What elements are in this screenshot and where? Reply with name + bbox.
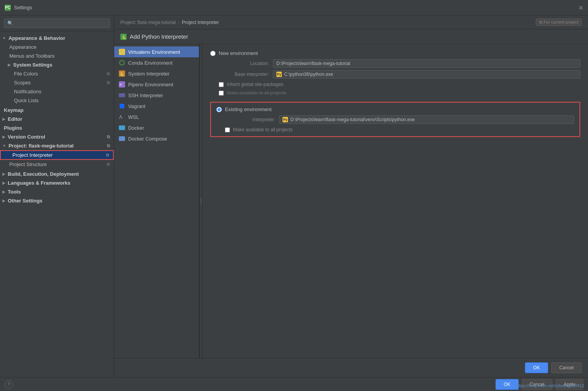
sidebar-item-keymap[interactable]: Keymap [0, 106, 114, 115]
window-title: Settings [14, 5, 578, 10]
svg-text:🐍: 🐍 [120, 71, 125, 76]
sidebar-item-project-structure[interactable]: Project Structure ⧉ [0, 160, 114, 169]
footer-bar: ? OK Cancel Apply https://blog.csdn.net/… [0, 377, 588, 391]
sidebar-item-appearance-behavior[interactable]: ▼ Appearance & Behavior [0, 34, 114, 43]
existing-environment-label[interactable]: Existing environment [225, 106, 272, 112]
inherit-global-checkbox[interactable] [219, 82, 224, 87]
interp-item-conda[interactable]: Conda Environment [114, 57, 199, 68]
dialog-header-icon: 🐍 [120, 34, 127, 40]
new-environment-label[interactable]: New environment [219, 50, 258, 56]
inherit-label[interactable]: Inherit global site-packages [227, 82, 283, 87]
interp-item-wsl[interactable]: Λ WSL [114, 111, 199, 122]
config-panel: New environment Location: D:\Projects\le… [202, 44, 588, 358]
sidebar-item-build-execution[interactable]: ▶ Build, Execution, Deployment [0, 170, 114, 178]
sidebar-item-file-colors[interactable]: File Colors ⧉ [0, 69, 114, 78]
existing-environment-radio[interactable] [216, 107, 222, 112]
chevron-right-icon: ▶ [2, 135, 5, 139]
make-available-2-checkbox[interactable] [225, 127, 230, 132]
dialog-cancel-button[interactable]: Cancel [551, 362, 582, 373]
chevron-right-icon: ▶ [2, 172, 5, 176]
svg-point-4 [120, 60, 124, 65]
sidebar-item-tools[interactable]: ▶ Tools [0, 187, 114, 196]
sidebar-item-menus-toolbars[interactable]: Menus and Toolbars [0, 51, 114, 60]
make-available-1-row: Make available to all projects [219, 90, 580, 96]
copy-icon: ⧉ [106, 153, 109, 158]
python-icon: Py [276, 72, 282, 77]
sidebar-tree: ▼ Appearance & Behavior Appearance Menus… [0, 31, 114, 377]
interp-item-docker[interactable]: Docker [114, 122, 199, 133]
interpreter-path-value[interactable]: Py D:\Projects\learn\flask-mega-tutorial… [279, 115, 574, 124]
sidebar-item-project-flask[interactable]: ▼ Project: flask-mega-tutorial ⧉ [0, 141, 114, 150]
dialog-body: 🐍 Virtualenv Environment Conda Environme… [114, 44, 588, 358]
chevron-right-icon: ▶ [2, 199, 5, 203]
dialog-header: 🐍 Add Python Interpreter [114, 29, 588, 44]
existing-environment-section: Existing environment Interpreter: Py D:\… [210, 102, 580, 137]
make-available-2-label[interactable]: Make available to all projects [233, 127, 293, 132]
divider-dot [201, 201, 202, 202]
vagrant-icon [119, 103, 125, 109]
interp-item-vagrant[interactable]: Vagrant [114, 101, 199, 111]
svg-rect-10 [120, 104, 124, 108]
sidebar-item-editor[interactable]: ▶ Editor [0, 115, 114, 123]
sidebar-item-version-control[interactable]: ▶ Version Control ⧉ [0, 132, 114, 141]
sidebar-item-notifications[interactable]: Notifications [0, 87, 114, 96]
interp-item-docker-compose[interactable]: Docker Compose [114, 133, 199, 144]
interp-item-system[interactable]: 🐍 System Interpreter [114, 68, 199, 79]
dialog-bottom-bar: OK Cancel [114, 358, 588, 377]
conda-icon [119, 60, 125, 66]
location-label: Location: [219, 59, 269, 68]
search-input[interactable] [4, 19, 110, 28]
python-icon: Py [283, 117, 288, 122]
svg-rect-13 [119, 136, 125, 141]
app-icon: PC [5, 5, 11, 11]
sidebar-item-system-settings[interactable]: ▶ System Settings [0, 60, 114, 69]
system-icon: 🐍 [119, 70, 125, 77]
footer-url: https://blog.csdn.net/sdwang198912 [516, 383, 584, 388]
sidebar-item-plugins[interactable]: Plugins [0, 123, 114, 132]
existing-environment-radio-row: Existing environment [216, 106, 574, 112]
divider-handle[interactable] [199, 44, 202, 358]
interp-item-pipenv[interactable]: P Pipenv Environment [114, 79, 199, 90]
new-environment-radio-row: New environment [210, 50, 580, 56]
wsl-icon: Λ [119, 114, 125, 120]
chevron-down-icon: ▼ [2, 144, 6, 148]
location-value[interactable]: D:\Projects\learn\flask-mega-tutorial [273, 59, 580, 68]
help-button[interactable]: ? [5, 380, 13, 389]
sidebar-item-other-settings[interactable]: ▶ Other Settings [0, 196, 114, 205]
chevron-down-icon: ▼ [2, 36, 6, 40]
existing-env-fields: Interpreter: Py D:\Projects\learn\flask-… [225, 115, 574, 124]
footer-ok-button[interactable]: OK [495, 379, 518, 390]
docker-icon [119, 125, 125, 131]
dialog-ok-button[interactable]: OK [525, 362, 548, 373]
interp-item-ssh[interactable]: SSH Interpreter [114, 90, 199, 101]
sidebar-item-project-interpreter[interactable]: Project Interpreter ⧉ [0, 150, 114, 160]
make-available-1-checkbox[interactable] [219, 91, 224, 96]
base-interpreter-value[interactable]: Py C:\python36\python.exe [273, 70, 580, 79]
title-bar: PC Settings ✕ [0, 0, 588, 15]
breadcrumb: Project: flask-mega-tutorial › Project I… [114, 15, 588, 29]
sidebar-item-quick-lists[interactable]: Quick Lists [0, 96, 114, 105]
make-available-1-label[interactable]: Make available to all projects [227, 90, 286, 96]
sidebar-item-languages-frameworks[interactable]: ▶ Languages & Frameworks [0, 178, 114, 187]
sidebar-item-appearance[interactable]: Appearance [0, 43, 114, 51]
svg-rect-9 [119, 93, 125, 97]
close-button[interactable]: ✕ [578, 5, 583, 10]
chevron-right-icon: ▶ [8, 63, 11, 67]
base-interpreter-label: Base interpreter: [219, 70, 269, 79]
interp-item-virtualenv[interactable]: 🐍 Virtualenv Environment [114, 46, 199, 57]
svg-text:P: P [120, 83, 122, 87]
new-env-fields: Location: D:\Projects\learn\flask-mega-t… [219, 59, 580, 79]
make-available-2-row: Make available to all projects [225, 127, 574, 132]
divider-dot [201, 198, 202, 199]
breadcrumb-current: Project Interpreter [182, 20, 219, 25]
new-environment-section: New environment Location: D:\Projects\le… [210, 50, 580, 96]
sidebar-item-scopes[interactable]: Scopes ⧉ [0, 78, 114, 87]
svg-rect-12 [119, 125, 125, 130]
sidebar: ▼ Appearance & Behavior Appearance Menus… [0, 15, 114, 377]
virtualenv-icon: 🐍 [119, 49, 125, 55]
ssh-icon [119, 92, 125, 98]
svg-text:Λ: Λ [119, 115, 122, 120]
breadcrumb-separator: › [178, 20, 180, 25]
main-container: ▼ Appearance & Behavior Appearance Menus… [0, 15, 588, 377]
new-environment-radio[interactable] [210, 51, 216, 56]
